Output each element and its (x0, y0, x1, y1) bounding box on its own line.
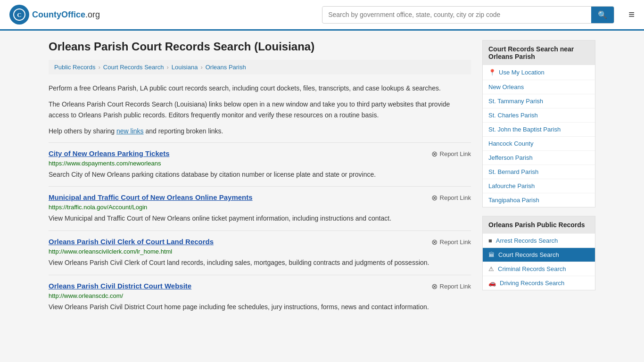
result-url-0[interactable]: https://www.dspayments.com/neworleans (49, 160, 471, 167)
search-icon: 🔍 (598, 11, 607, 19)
nearby-link-0[interactable]: New Orleans (488, 83, 524, 90)
report-link-button-3[interactable]: ⊗ Report Link (431, 282, 471, 291)
result-desc-1: View Municipal and Traffic Court of New … (49, 214, 471, 224)
result-title-0[interactable]: City of New Orleans Parking Tickets (49, 149, 169, 157)
breadcrumb-court-records-search[interactable]: Court Records Search (103, 64, 164, 71)
nearby-link-7[interactable]: Lafourche Parish (488, 182, 535, 189)
report-icon-3: ⊗ (431, 282, 438, 291)
results-list: City of New Orleans Parking Tickets ⊗ Re… (49, 142, 471, 319)
nearby-link-1[interactable]: St. Tammany Parish (488, 98, 543, 105)
breadcrumb-louisiana[interactable]: Louisiana (172, 64, 198, 71)
sidebar: Court Records Search near Orleans Parish… (482, 40, 595, 319)
breadcrumb: Public Records › Court Records Search › … (49, 60, 471, 74)
result-item-1: Municipal and Traffic Court of New Orlea… (49, 186, 471, 230)
result-item-3: Orleans Parish Civil District Court Webs… (49, 275, 471, 319)
menu-button[interactable]: ≡ (628, 8, 635, 21)
nearby-section: Court Records Search near Orleans Parish… (482, 40, 595, 207)
logo-link[interactable]: C CountyOffice.org (9, 5, 100, 25)
pr-link-0[interactable]: Arrest Records Search (496, 237, 558, 244)
pr-link-1[interactable]: Court Records Search (498, 251, 559, 258)
search-input[interactable] (322, 7, 591, 22)
result-url-3[interactable]: http://www.orleanscdc.com/ (49, 292, 471, 299)
nearby-item-6[interactable]: St. Bernard Parish (483, 165, 595, 179)
description-2: The Orleans Parish Court Records Search … (49, 99, 471, 120)
result-url-1[interactable]: https://traffic.nola.gov/Account/Login (49, 204, 471, 211)
result-item-0: City of New Orleans Parking Tickets ⊗ Re… (49, 142, 471, 187)
result-desc-3: View Orleans Parish Civil District Court… (49, 302, 471, 313)
result-title-2[interactable]: Orleans Parish Civil Clerk of Court Land… (49, 238, 214, 246)
report-link-button-1[interactable]: ⊗ Report Link (431, 193, 471, 202)
report-icon-0: ⊗ (431, 149, 438, 158)
search-bar: 🔍 (322, 6, 614, 24)
result-title-1[interactable]: Municipal and Traffic Court of New Orlea… (49, 193, 253, 201)
public-records-section: Orleans Parish Public Records ■ Arrest R… (482, 216, 595, 290)
result-desc-0: Search City of New Orleans parking citat… (49, 170, 471, 180)
nearby-item-3[interactable]: St. John the Baptist Parish (483, 122, 595, 136)
breadcrumb-public-records[interactable]: Public Records (54, 64, 95, 71)
result-title-3[interactable]: Orleans Parish Civil District Court Webs… (49, 282, 191, 290)
report-icon-1: ⊗ (431, 193, 438, 202)
nearby-title: Court Records Search near Orleans Parish (483, 41, 595, 65)
search-button[interactable]: 🔍 (591, 7, 614, 23)
nearby-item-4[interactable]: Hancock County (483, 136, 595, 150)
main-content: Orleans Parish Court Records Search (Lou… (49, 40, 471, 319)
nearby-items: New OrleansSt. Tammany ParishSt. Charles… (483, 80, 595, 207)
nearby-link-2[interactable]: St. Charles Parish (488, 112, 538, 119)
use-location-button[interactable]: 📍 Use My Location (483, 65, 595, 80)
pr-icon-1: 🏛 (488, 251, 495, 258)
public-records-item-2[interactable]: ⚠ Criminal Records Search (483, 262, 595, 276)
nearby-item-2[interactable]: St. Charles Parish (483, 108, 595, 122)
pr-icon-3: 🚗 (488, 280, 496, 287)
result-item-2: Orleans Parish Civil Clerk of Court Land… (49, 230, 471, 275)
pr-link-2[interactable]: Criminal Records Search (498, 265, 566, 272)
nearby-item-7[interactable]: Lafourche Parish (483, 179, 595, 193)
nearby-item-8[interactable]: Tangipahoa Parish (483, 193, 595, 207)
pr-icon-0: ■ (488, 237, 492, 244)
location-icon: 📍 (488, 69, 496, 76)
logo-icon: C (9, 5, 29, 25)
report-icon-2: ⊗ (431, 238, 438, 247)
description-1: Perform a free Orleans Parish, LA public… (49, 83, 471, 93)
pr-icon-2: ⚠ (488, 265, 494, 272)
breadcrumb-orleans-parish[interactable]: Orleans Parish (206, 64, 246, 71)
nearby-link-5[interactable]: Jefferson Parish (488, 154, 533, 161)
result-desc-2: View Orleans Parish Civil Clerk of Court… (49, 258, 471, 268)
new-links-link[interactable]: new links (116, 127, 144, 135)
result-url-2[interactable]: http://www.orleanscivilclerk.com/lr_home… (49, 248, 471, 255)
svg-text:C: C (17, 11, 21, 18)
public-records-items: ■ Arrest Records Search 🏛 Court Records … (483, 233, 595, 290)
public-records-item-0[interactable]: ■ Arrest Records Search (483, 233, 595, 247)
site-header: C CountyOffice.org 🔍 ≡ (0, 0, 644, 31)
report-link-button-2[interactable]: ⊗ Report Link (431, 238, 471, 247)
public-records-title: Orleans Parish Public Records (483, 216, 595, 233)
description-3: Help others by sharing new links and rep… (49, 126, 471, 136)
public-records-item-1[interactable]: 🏛 Court Records Search (483, 247, 595, 262)
public-records-item-3[interactable]: 🚗 Driving Records Search (483, 276, 595, 290)
pr-link-3[interactable]: Driving Records Search (500, 280, 564, 287)
nearby-link-3[interactable]: St. John the Baptist Parish (488, 126, 561, 133)
nearby-link-6[interactable]: St. Bernard Parish (488, 168, 538, 175)
nearby-item-5[interactable]: Jefferson Parish (483, 150, 595, 165)
logo-text: CountyOffice.org (32, 10, 100, 20)
nearby-link-8[interactable]: Tangipahoa Parish (488, 197, 539, 204)
page-body: Orleans Parish Court Records Search (Lou… (39, 31, 605, 328)
nearby-link-4[interactable]: Hancock County (488, 140, 533, 147)
menu-icon: ≡ (628, 8, 635, 20)
report-link-button-0[interactable]: ⊗ Report Link (431, 149, 471, 158)
page-title: Orleans Parish Court Records Search (Lou… (49, 40, 471, 53)
nearby-item-1[interactable]: St. Tammany Parish (483, 94, 595, 108)
nearby-item-0[interactable]: New Orleans (483, 80, 595, 94)
